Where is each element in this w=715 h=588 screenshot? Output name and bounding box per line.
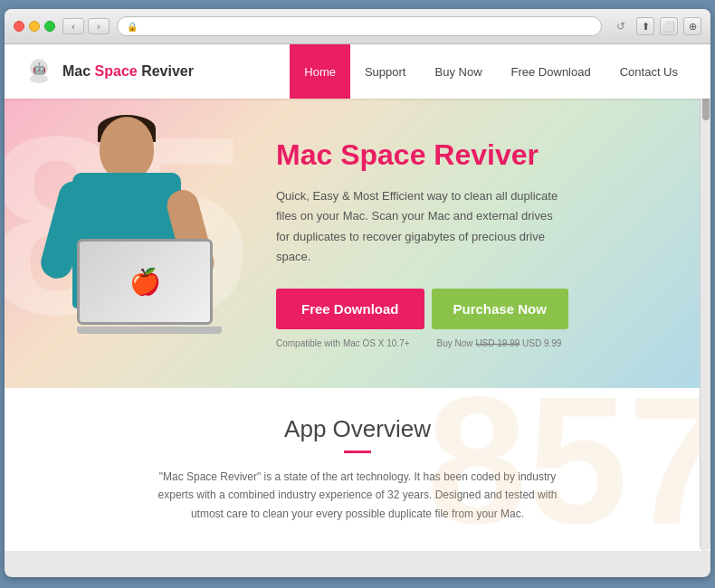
logo-prefix: Mac — [62, 63, 95, 79]
tab-view-button[interactable]: ⬜ — [660, 17, 678, 35]
nav-home[interactable]: Home — [290, 44, 350, 99]
logo[interactable]: 🤖 Mac Space Reviver — [23, 55, 194, 88]
forward-button[interactable]: › — [88, 18, 110, 34]
close-button[interactable] — [14, 21, 24, 32]
back-button[interactable]: ‹ — [62, 18, 84, 34]
overview-section: 857 App Overview "Mac Space Reviver" is … — [5, 388, 710, 551]
browser-frame: ‹ › 🔒 ↺ ⬆ ⬜ ⊕ 🤖 Mac Space Reviver — [5, 9, 710, 577]
address-bar[interactable]: 🔒 — [117, 16, 602, 36]
hero-meta: Compatible with Mac OS X 10.7+ Buy Now U… — [276, 338, 674, 348]
minimize-button[interactable] — [29, 21, 40, 32]
overview-divider — [344, 450, 371, 453]
website-content: 🤖 Mac Space Reviver Home Support Buy Now… — [5, 44, 710, 551]
svg-point-1 — [30, 74, 48, 83]
reload-button[interactable]: ↺ — [613, 18, 629, 34]
extension-button[interactable]: ⊕ — [683, 17, 701, 35]
logo-space: Space — [95, 63, 138, 79]
price-old: USD 19.99 — [475, 338, 520, 348]
toolbar-icons: ⬆ ⬜ ⊕ — [636, 17, 701, 35]
price-label: Buy Now — [437, 338, 473, 348]
nav-contact-us[interactable]: Contact Us — [605, 44, 692, 99]
logo-suffix: Reviver — [138, 63, 194, 79]
hero-content: Mac Space Reviver Quick, Easy & Most Eff… — [258, 111, 710, 375]
traffic-lights — [14, 21, 55, 32]
person-head — [100, 117, 154, 180]
person-figure: 🍎 — [23, 108, 240, 388]
hero-description: Quick, Easy & Most Efficient way to clea… — [276, 186, 566, 266]
nav-buttons: ‹ › — [62, 18, 110, 34]
logo-text: Mac Space Reviver — [62, 63, 194, 80]
laptop-base — [77, 327, 222, 334]
overview-bg-number: 857 — [426, 370, 710, 551]
hero-title: Mac Space Reviver — [276, 138, 674, 172]
free-download-button[interactable]: Free Download — [276, 289, 424, 329]
apple-logo-icon: 🍎 — [129, 267, 161, 297]
price-new: USD 9.99 — [522, 338, 561, 348]
browser-titlebar: ‹ › 🔒 ↺ ⬆ ⬜ ⊕ — [5, 9, 710, 44]
pricing-info: Buy Now USD 19.99 USD 9.99 — [437, 338, 562, 348]
laptop-screen: 🍎 — [77, 239, 213, 325]
hero-section: 85 🍎 M — [5, 99, 710, 388]
nav-menu: Home Support Buy Now Free Download Conta… — [290, 44, 692, 99]
nav-buy-now[interactable]: Buy Now — [421, 44, 497, 99]
maximize-button[interactable] — [44, 21, 55, 32]
laptop: 🍎 — [77, 239, 222, 334]
compatibility-text: Compatible with Mac OS X 10.7+ — [276, 338, 410, 348]
hero-buttons: Free Download Purchase Now — [276, 289, 674, 329]
hero-person: 🍎 — [5, 99, 258, 388]
svg-text:🤖: 🤖 — [33, 62, 46, 75]
share-button[interactable]: ⬆ — [636, 17, 654, 35]
nav-free-download[interactable]: Free Download — [497, 44, 605, 99]
nav-support[interactable]: Support — [350, 44, 421, 99]
logo-icon: 🤖 — [23, 55, 55, 88]
purchase-now-button[interactable]: Purchase Now — [432, 289, 568, 329]
main-navigation: 🤖 Mac Space Reviver Home Support Buy Now… — [5, 44, 710, 99]
